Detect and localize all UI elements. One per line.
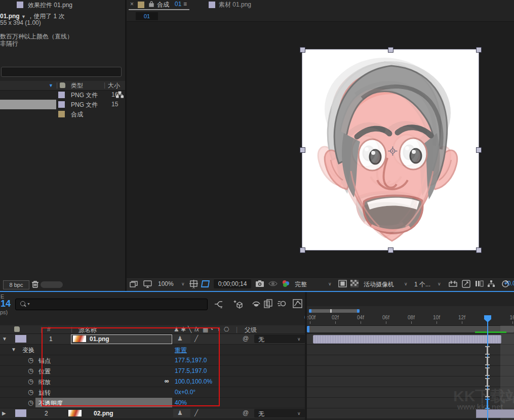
used-in-comp-icon[interactable] xyxy=(116,91,124,99)
layer-duration-bar[interactable] xyxy=(313,335,501,344)
selection-handle[interactable] xyxy=(388,47,393,53)
monitor-icon[interactable] xyxy=(143,280,152,288)
frame-blend-icon[interactable] xyxy=(264,299,273,308)
tab-footage[interactable]: 素材 01.png xyxy=(219,1,251,9)
stopwatch-icon[interactable]: ◷ xyxy=(28,357,33,363)
tab-composition-number[interactable]: 01 xyxy=(175,1,181,8)
sort-arrow-icon[interactable]: ▼ xyxy=(49,83,53,88)
layer-row-2[interactable]: ▶ 2 02.png ♟ ╱ @ 无 ∨ xyxy=(0,408,306,419)
comp-navigator-chip[interactable]: 01 xyxy=(136,12,158,20)
project-search-box[interactable] xyxy=(1,67,122,77)
column-size[interactable]: 大小 xyxy=(108,81,120,90)
column-type[interactable]: 类型 xyxy=(71,81,83,90)
exposure-value[interactable]: +0.0 xyxy=(504,280,514,287)
comp-mini-flowchart-icon[interactable] xyxy=(214,300,223,308)
tab-composition[interactable]: 合成 xyxy=(157,1,169,9)
footage-icon xyxy=(209,2,215,8)
project-row-01png[interactable]: PNG 文件 16 xyxy=(0,90,125,100)
quality-best-icon[interactable]: ♟ xyxy=(177,409,183,416)
channel-rgb-icon[interactable] xyxy=(282,280,290,288)
view-layout-dropdown[interactable]: 1 个... xyxy=(414,280,430,289)
chevron-down-icon[interactable]: ∨ xyxy=(328,281,332,286)
row-type: PNG 文件 xyxy=(71,91,98,100)
target-region-icon[interactable] xyxy=(338,280,347,287)
twirl-closed-icon[interactable]: ▶ xyxy=(2,410,6,416)
layer-track-1[interactable] xyxy=(307,334,514,345)
project-row-02png-selected[interactable]: PNG 文件 15 xyxy=(0,100,125,109)
label-column-icon[interactable] xyxy=(60,82,65,88)
work-area-start-handle[interactable] xyxy=(309,309,311,313)
png-label-chip[interactable] xyxy=(58,101,65,108)
layer-label-chip[interactable] xyxy=(15,335,26,343)
chevron-down-icon[interactable]: ∨ xyxy=(181,281,185,286)
flowchart-button-icon[interactable] xyxy=(487,280,495,287)
label-column-icon[interactable] xyxy=(14,326,20,332)
grid-guides-icon[interactable] xyxy=(189,280,199,288)
layer-name[interactable]: 02.png xyxy=(94,410,113,417)
column-parent[interactable]: 父级 xyxy=(245,326,257,334)
stopwatch-icon[interactable]: ◷ xyxy=(28,389,33,395)
selection-handle[interactable] xyxy=(300,147,305,153)
close-icon[interactable]: × xyxy=(130,1,134,8)
share-view-icon[interactable] xyxy=(449,280,457,287)
refresh-view-icon[interactable] xyxy=(462,280,470,288)
draft-3d-icon[interactable] xyxy=(233,299,243,309)
lock-icon[interactable] xyxy=(148,1,154,8)
timeline-button-icon[interactable] xyxy=(475,280,484,287)
scroll-pill[interactable] xyxy=(41,281,63,288)
stopwatch-icon[interactable]: ◷ xyxy=(28,367,33,374)
region-of-interest-icon[interactable] xyxy=(201,280,211,288)
selection-handle[interactable] xyxy=(300,247,305,253)
parent-pickwhip-icon[interactable]: @ xyxy=(243,409,249,416)
selection-handle[interactable] xyxy=(476,47,482,53)
ruler-tick-mark xyxy=(437,321,437,324)
png-label-chip[interactable] xyxy=(58,92,65,98)
snapshot-camera-icon[interactable] xyxy=(255,280,264,287)
timecode-display[interactable]: 0;00;00;14 xyxy=(214,279,251,288)
selection-handle[interactable] xyxy=(388,247,393,253)
3d-switch-icon[interactable]: ⎔ xyxy=(224,326,229,333)
graph-editor-icon[interactable] xyxy=(293,299,302,308)
quality-slash-icon[interactable]: ╱ xyxy=(194,409,198,416)
motion-blur-icon[interactable] xyxy=(278,300,287,308)
layer-search-box[interactable]: ▼ xyxy=(15,299,208,310)
twirl-open-icon[interactable]: ▼ xyxy=(2,336,7,342)
twirl-open-icon[interactable]: ▼ xyxy=(11,347,16,352)
timeline-pane-divider[interactable] xyxy=(305,292,307,420)
selection-handle[interactable] xyxy=(476,247,482,253)
current-timecode[interactable]: 14 xyxy=(1,299,11,309)
transform-group-label[interactable]: 变换 xyxy=(22,346,34,355)
chevron-down-icon[interactable]: ∨ xyxy=(404,281,408,286)
chevron-down-icon[interactable]: ∨ xyxy=(438,281,441,286)
footage-name[interactable]: 01.png xyxy=(0,13,20,20)
work-area-end-handle[interactable] xyxy=(357,309,360,313)
render-progress-bar xyxy=(475,331,506,333)
anchor-point-crosshair[interactable] xyxy=(388,146,398,156)
layer-label-chip[interactable] xyxy=(15,409,26,417)
always-preview-icon[interactable] xyxy=(130,280,138,288)
comp-label-chip[interactable] xyxy=(58,111,65,117)
bpc-button[interactable]: 8 bpc xyxy=(3,280,29,289)
tab-effect-controls[interactable]: 效果控件 01.png xyxy=(28,1,72,10)
show-snapshot-eye-icon[interactable] xyxy=(268,280,278,287)
resolution-dropdown[interactable]: 完整 xyxy=(295,280,307,289)
selection-handle[interactable] xyxy=(476,147,482,153)
time-ruler[interactable]: 0:00f02f04f06f08f10f12f14f16 xyxy=(306,306,514,326)
parent-pickwhip-icon[interactable]: @ xyxy=(243,335,249,342)
trash-icon[interactable] xyxy=(31,280,39,288)
project-row-comp[interactable]: 合成 xyxy=(0,109,125,119)
stopwatch-icon[interactable]: ◷ xyxy=(28,378,33,385)
camera-view-dropdown[interactable]: 活动摄像机 xyxy=(364,280,394,289)
tab-menu-icon[interactable]: ≡ xyxy=(183,1,187,8)
parent-dropdown[interactable]: 无 ∨ xyxy=(254,334,305,343)
transparency-grid-icon[interactable] xyxy=(350,280,359,287)
parent-dropdown[interactable]: 无 ∨ xyxy=(254,409,305,417)
selection-handle[interactable] xyxy=(300,47,305,53)
chevron-down-icon[interactable]: ▼ xyxy=(21,14,26,19)
shy-layers-icon[interactable] xyxy=(252,300,261,308)
zoom-level-dropdown[interactable]: 100% xyxy=(158,280,174,287)
stopwatch-icon[interactable]: ◷ xyxy=(28,399,33,406)
watermark-url: www.kkx.net xyxy=(457,402,503,411)
duration-bar-start-cap[interactable] xyxy=(307,326,309,332)
work-area-bar[interactable] xyxy=(309,309,360,313)
